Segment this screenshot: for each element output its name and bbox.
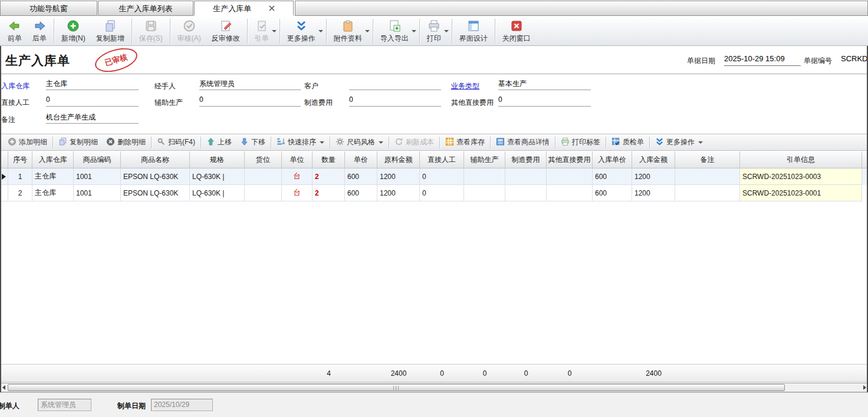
new-button[interactable]: 新增(N) xyxy=(56,18,91,44)
tab-entry-list[interactable]: 生产入库单列表 xyxy=(98,1,193,16)
unaudit-edit-button[interactable]: 反审修改 xyxy=(206,18,245,44)
tab-entry-form[interactable]: 生产入库单 xyxy=(194,1,294,16)
table-cell[interactable]: 1001 xyxy=(74,185,121,201)
direct-labor-field[interactable]: 0 xyxy=(46,95,139,107)
column-header[interactable]: 规格 xyxy=(190,151,245,168)
column-header[interactable]: 备注 xyxy=(675,151,740,168)
table-cell[interactable]: 台 xyxy=(282,185,313,201)
add-row-button[interactable]: 添加明细 xyxy=(4,136,51,149)
column-header[interactable]: 入库仓库 xyxy=(32,151,74,168)
column-header[interactable]: 其他直接费用 xyxy=(547,151,593,168)
quick-sort-button[interactable]: 快速排序 xyxy=(272,136,328,149)
table-cell[interactable]: 600 xyxy=(593,168,632,185)
table-cell[interactable]: EPSON LQ-630K xyxy=(121,185,190,201)
view-product-detail-button[interactable]: 查看商品详情 xyxy=(492,136,554,149)
close-window-button[interactable]: 关闭窗口 xyxy=(497,18,536,44)
print-label-button[interactable]: 打印标签 xyxy=(557,136,604,149)
prev-doc-button[interactable]: 前单 xyxy=(2,18,27,44)
table-cell[interactable]: SCRWD-20251023-0003 xyxy=(740,168,862,185)
table-cell[interactable]: LQ-630K | xyxy=(190,185,245,201)
more-actions-button[interactable]: 更多操作 xyxy=(282,18,321,44)
table-cell[interactable]: 2 xyxy=(313,185,345,201)
size-style-button[interactable]: 尺码风格 xyxy=(331,136,387,149)
column-header[interactable]: 直接人工 xyxy=(420,151,464,168)
table-row[interactable]: 1主仓库1001EPSON LQ-630KLQ-630K |台260012000… xyxy=(0,168,868,185)
remark-field[interactable]: 机台生产单生成 xyxy=(46,112,139,124)
dropdown-caret[interactable] xyxy=(318,30,323,32)
close-icon[interactable] xyxy=(269,1,275,16)
table-cell[interactable] xyxy=(464,185,505,201)
table-cell[interactable] xyxy=(547,168,593,185)
column-header[interactable]: 入库金额 xyxy=(632,151,675,168)
copy-new-button[interactable]: 复制新增 xyxy=(91,18,130,44)
aux-production-field[interactable]: 0 xyxy=(199,95,301,107)
view-stock-button[interactable]: 查看库存 xyxy=(441,136,489,149)
delete-row-button[interactable]: 删除明细 xyxy=(102,136,150,149)
copy-row-button[interactable]: 复制明细 xyxy=(54,136,102,149)
column-header[interactable]: 引单信息 xyxy=(740,151,862,168)
table-cell[interactable]: 1200 xyxy=(632,185,675,201)
horizontal-scrollbar[interactable] xyxy=(0,383,868,392)
table-cell[interactable] xyxy=(675,168,740,185)
warehouse-field[interactable]: 主仓库 xyxy=(46,79,139,90)
handler-field[interactable]: 系统管理员 xyxy=(199,79,301,90)
table-cell[interactable]: 600 xyxy=(345,185,377,201)
table-cell[interactable]: 1001 xyxy=(74,168,121,185)
print-button[interactable]: 打印 xyxy=(422,18,446,44)
table-cell[interactable] xyxy=(245,168,282,185)
table-cell[interactable] xyxy=(505,185,547,201)
customer-field[interactable] xyxy=(349,79,441,90)
table-cell[interactable] xyxy=(547,185,593,201)
save-button[interactable]: 保存(S) xyxy=(134,18,168,44)
table-cell[interactable]: 2 xyxy=(8,185,32,201)
table-cell[interactable]: 1200 xyxy=(377,185,420,201)
mfg-cost-field[interactable]: 0 xyxy=(349,95,441,107)
dropdown-caret[interactable] xyxy=(444,30,449,32)
column-header[interactable]: 原料金额 xyxy=(377,151,420,168)
scan-button[interactable]: 扫码(F4) xyxy=(153,136,199,149)
dropdown-caret[interactable] xyxy=(365,30,370,32)
table-cell[interactable] xyxy=(505,168,547,185)
table-cell[interactable]: 1200 xyxy=(377,168,420,185)
import-export-button[interactable]: 导入导出 xyxy=(375,18,414,44)
column-header[interactable]: 商品名称 xyxy=(121,151,190,168)
pull-doc-button[interactable]: 引单 xyxy=(249,18,274,44)
other-cost-field[interactable]: 0 xyxy=(498,95,591,107)
attachments-button[interactable]: 附件资料 xyxy=(328,18,367,44)
table-cell[interactable]: 主仓库 xyxy=(32,185,74,201)
table-cell[interactable] xyxy=(675,185,740,201)
dropdown-caret[interactable] xyxy=(272,30,277,32)
dropdown-caret[interactable] xyxy=(379,141,383,144)
table-cell[interactable] xyxy=(245,185,282,201)
column-header[interactable]: 辅助生产 xyxy=(464,151,505,168)
table-cell[interactable]: 台 xyxy=(282,168,313,185)
column-header[interactable]: 序号 xyxy=(8,151,32,168)
table-cell[interactable]: 1 xyxy=(8,168,32,185)
more-row-actions-button[interactable]: 更多操作 xyxy=(651,136,707,149)
audit-button[interactable]: 审核(A) xyxy=(172,18,206,44)
table-row[interactable]: 2主仓库1001EPSON LQ-630KLQ-630K |台260012000… xyxy=(0,185,868,201)
table-cell[interactable]: 600 xyxy=(345,168,377,185)
column-header[interactable]: 单位 xyxy=(282,151,313,168)
biz-type-link[interactable]: 业务类型 xyxy=(451,81,479,91)
table-cell[interactable] xyxy=(464,168,505,185)
dropdown-caret[interactable] xyxy=(412,30,416,32)
table-cell[interactable]: 2 xyxy=(313,168,345,185)
dropdown-caret[interactable] xyxy=(320,141,324,144)
maker-field[interactable]: 系统管理员 xyxy=(38,399,91,411)
dropdown-caret[interactable] xyxy=(698,141,703,144)
column-header[interactable]: 入库单价 xyxy=(593,151,632,168)
move-up-button[interactable]: 上移 xyxy=(202,136,236,149)
column-header[interactable]: 货位 xyxy=(245,151,282,168)
column-header[interactable]: 制造费用 xyxy=(505,151,547,168)
make-date-field[interactable]: 2025/10/29 xyxy=(151,399,213,411)
tab-nav-window[interactable]: 功能导航窗 xyxy=(0,1,97,16)
column-header[interactable]: 商品编码 xyxy=(74,151,121,168)
table-cell[interactable]: 0 xyxy=(420,185,464,201)
table-cell[interactable]: 0 xyxy=(420,168,464,185)
table-cell[interactable]: SCRWD-20251023-0001 xyxy=(740,185,862,201)
table-cell[interactable]: LQ-630K | xyxy=(190,168,245,185)
doc-no-field[interactable]: SCRKD- xyxy=(841,54,868,66)
table-cell[interactable]: 1200 xyxy=(632,168,675,185)
next-doc-button[interactable]: 后单 xyxy=(27,18,52,44)
